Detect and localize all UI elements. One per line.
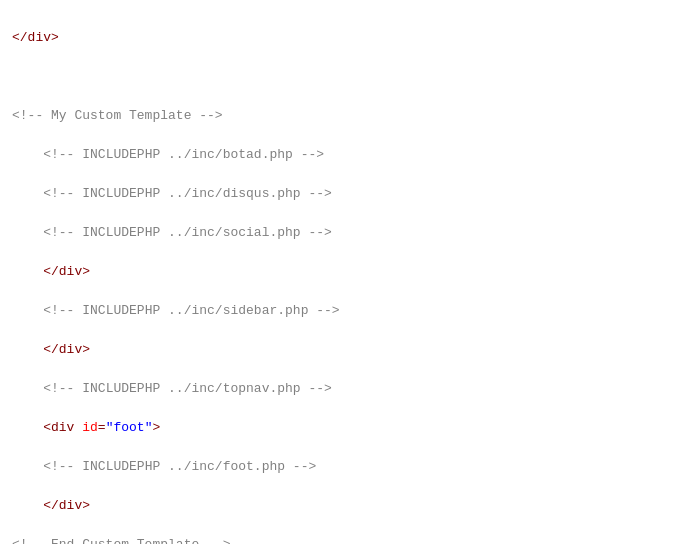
- line-14: <!-- End Custom Template -->: [12, 535, 680, 545]
- line-5: <!-- INCLUDEPHP ../inc/disqus.php -->: [12, 184, 680, 204]
- line-blank-1: [12, 67, 680, 87]
- line-7: </div>: [12, 262, 680, 282]
- line-3: <!-- My Custom Template -->: [12, 106, 680, 126]
- line-13: </div>: [12, 496, 680, 516]
- line-8: <!-- INCLUDEPHP ../inc/sidebar.php -->: [12, 301, 680, 321]
- line-6: <!-- INCLUDEPHP ../inc/social.php -->: [12, 223, 680, 243]
- line-12: <!-- INCLUDEPHP ../inc/foot.php -->: [12, 457, 680, 477]
- code-view: </div> <!-- My Custom Template --> <!-- …: [12, 8, 680, 544]
- line-4: <!-- INCLUDEPHP ../inc/botad.php -->: [12, 145, 680, 165]
- line-9: </div>: [12, 340, 680, 360]
- line-10: <!-- INCLUDEPHP ../inc/topnav.php -->: [12, 379, 680, 399]
- line-11: <div id="foot">: [12, 418, 680, 438]
- line-1: </div>: [12, 28, 680, 48]
